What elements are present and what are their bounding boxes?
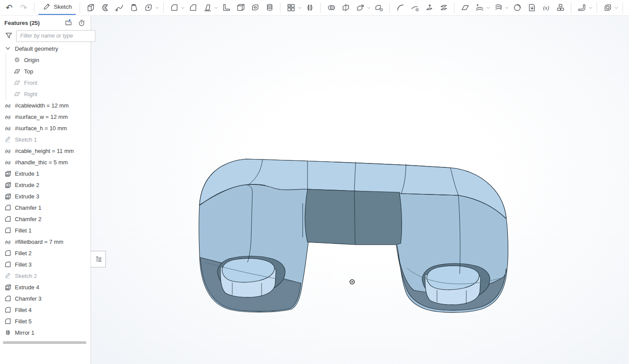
feature-list-collapse-button[interactable]	[91, 251, 106, 267]
feature-item-cable-height-11-mm[interactable]: (x)#cable_height = 11 mm	[0, 145, 91, 156]
linear-pattern-button[interactable]	[284, 1, 297, 14]
feature-item-label: Fillet 2	[15, 250, 31, 257]
feature-item-extrude-1[interactable]: Extrude 1	[0, 168, 91, 179]
feature-item-fillet-5[interactable]: Fillet 5	[0, 315, 91, 327]
thread-icon	[265, 3, 274, 12]
sketch-button[interactable]: Sketch	[38, 0, 76, 15]
toolbar-separator	[34, 3, 35, 13]
split-button[interactable]	[339, 1, 352, 14]
draft-dropdown-chevron[interactable]	[214, 1, 218, 14]
chamfer-icon	[4, 295, 11, 302]
origin-marker[interactable]	[350, 280, 354, 284]
feature-item-filletboard-7-mm[interactable]: (x)#filletboard = 7 mm	[0, 236, 91, 247]
transform-dropdown-chevron[interactable]	[367, 1, 371, 14]
thread-button[interactable]	[263, 1, 276, 14]
feature-item-cablewidth-12-mm[interactable]: (x)#cablewidth = 12 mm	[0, 100, 91, 111]
toolbar-separator	[80, 3, 80, 13]
sheet-metal-button[interactable]	[575, 1, 588, 14]
fillet-button[interactable]	[168, 1, 181, 14]
fillet-dropdown-chevron[interactable]	[181, 1, 185, 14]
feature-item-fillet-3[interactable]: Fillet 3	[0, 259, 91, 270]
custom-feature-button[interactable]	[554, 1, 567, 14]
horizontal-scrollbar[interactable]	[3, 341, 86, 344]
delete-face-button[interactable]	[408, 1, 421, 14]
feature-item-chamfer-3[interactable]: Chamfer 3	[0, 293, 91, 304]
undo-button[interactable]: ↶	[3, 1, 16, 14]
delete-part-button[interactable]	[372, 1, 385, 14]
svg-text:(x): (x)	[5, 114, 10, 120]
replace-face-button[interactable]	[437, 1, 450, 14]
offset-surface-button[interactable]	[473, 1, 486, 14]
thicken-button[interactable]	[142, 1, 155, 14]
redo-button[interactable]: ↷	[17, 1, 30, 14]
feature-item-fillet-2[interactable]: Fillet 2	[0, 247, 91, 259]
plane-icon	[14, 90, 21, 97]
feature-item-fillet-1[interactable]: Fillet 1	[0, 225, 91, 236]
feature-item-sketch-2[interactable]: Sketch 2	[0, 270, 91, 281]
new-folder-button[interactable]	[63, 18, 73, 28]
toolbar-separator	[597, 3, 597, 13]
tree-item-front[interactable]: Front	[0, 77, 91, 88]
rib-button[interactable]	[220, 1, 233, 14]
chevron-down-icon	[155, 6, 159, 10]
feature-item-surface-h-10-mm[interactable]: (x)#surface_h = 10 mm	[0, 122, 91, 134]
hole-button[interactable]	[248, 1, 262, 14]
feature-item-sketch-1[interactable]: Sketch 1	[0, 134, 91, 145]
move-face-button[interactable]	[423, 1, 436, 14]
sweep-button[interactable]	[113, 1, 126, 14]
feature-item-extrude-3[interactable]: Extrude 3	[0, 191, 91, 202]
feature-item-label: #cable_height = 11 mm	[15, 148, 74, 154]
tree-item-top[interactable]: Top	[0, 66, 91, 77]
tree-item-right[interactable]: Right	[0, 88, 91, 100]
graphics-viewport[interactable]	[91, 16, 629, 364]
tree-item-origin[interactable]: Origin	[0, 54, 91, 66]
model-3d[interactable]	[91, 16, 629, 364]
tree-item-default-geometry[interactable]: Default geometry	[0, 43, 91, 54]
fillet-icon	[4, 250, 11, 257]
extrude-icon	[4, 284, 11, 291]
feature-item-chamfer-1[interactable]: Chamfer 1	[0, 202, 91, 213]
chevron-down-icon	[486, 6, 490, 10]
helix-button[interactable]	[492, 1, 505, 14]
mirror-button[interactable]	[303, 1, 316, 14]
feature-item-chamfer-2[interactable]: Chamfer 2	[0, 213, 91, 225]
custom-feature-icon	[556, 3, 565, 12]
history-button[interactable]	[77, 18, 86, 28]
revolve-button[interactable]	[98, 1, 112, 14]
derived-button[interactable]	[525, 1, 538, 14]
linear-pattern-dropdown-chevron[interactable]	[297, 1, 302, 14]
modify-fillet-button[interactable]	[394, 1, 407, 14]
feature-item-label: Chamfer 2	[15, 216, 42, 222]
feature-item-fillet-4[interactable]: Fillet 4	[0, 304, 91, 315]
enclose-dropdown-chevron[interactable]	[614, 1, 619, 14]
chamfer-button[interactable]	[186, 1, 199, 14]
extrude-button[interactable]	[84, 1, 97, 14]
feature-item-extrude-4[interactable]: Extrude 4	[0, 281, 91, 293]
offset-surface-dropdown-chevron[interactable]	[486, 1, 490, 14]
draft-button[interactable]	[201, 1, 214, 14]
toolbar-separator	[454, 3, 454, 13]
transform-button[interactable]	[353, 1, 367, 14]
loft-button[interactable]	[127, 1, 140, 14]
sphere-button[interactable]	[510, 1, 524, 14]
feature-item-handle-thic-5-mm[interactable]: (x)#handle_thic = 5 mm	[0, 156, 91, 168]
thicken-dropdown-chevron[interactable]	[155, 1, 159, 14]
variable-button[interactable]: (x)	[539, 1, 552, 14]
filter-input[interactable]	[16, 30, 95, 42]
svg-text:(x): (x)	[5, 239, 10, 245]
enclose-button[interactable]	[601, 1, 614, 14]
appearance-button[interactable]	[627, 1, 629, 14]
variable-icon: (x)	[4, 125, 11, 132]
feature-item-surface-w-12-mm[interactable]: (x)#surface_w = 12 mm	[0, 111, 91, 122]
features-panel-title: Features (25)	[4, 20, 60, 26]
model-inner-face[interactable]	[305, 189, 402, 245]
plane-button[interactable]	[458, 1, 472, 14]
boolean-button[interactable]	[325, 1, 338, 14]
feature-item-extrude-2[interactable]: Extrude 2	[0, 179, 91, 191]
feature-item-mirror-1[interactable]: Mirror 1	[0, 327, 91, 338]
redo-icon: ↷	[20, 3, 27, 12]
helix-dropdown-chevron[interactable]	[505, 1, 509, 14]
shell-button[interactable]	[234, 1, 247, 14]
filter-icon[interactable]	[5, 31, 12, 41]
sheet-metal-dropdown-chevron[interactable]	[588, 1, 593, 14]
